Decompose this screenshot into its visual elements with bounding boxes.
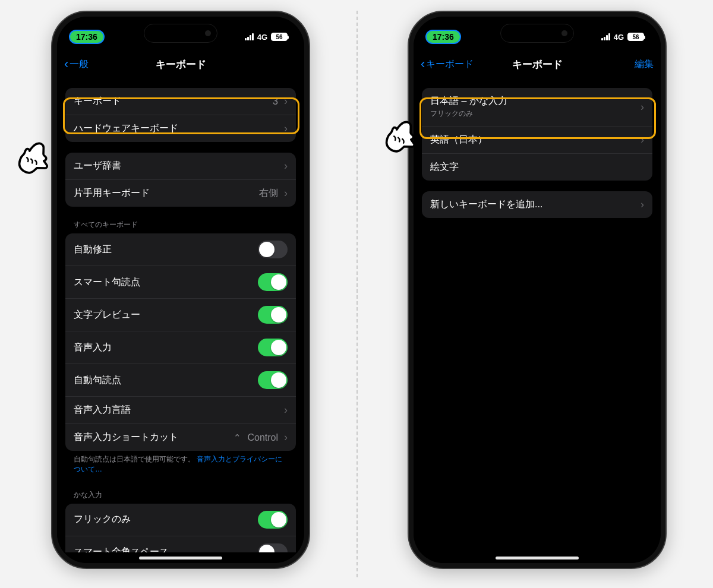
chevron-right-icon: › (284, 122, 288, 135)
auto-punct-toggle[interactable] (258, 371, 288, 389)
keyboards-count: 3 (273, 96, 278, 107)
status-time: 17:36 (69, 30, 105, 44)
network-label: 4G (257, 33, 267, 42)
power-button (309, 166, 310, 221)
battery-icon: 56 (271, 33, 288, 41)
settings-content: キーボード 3 › ハードウェアキーボード › (57, 77, 304, 552)
hardware-keyboard-label: ハードウェアキーボード (74, 122, 178, 135)
dynamic-island (144, 24, 217, 43)
nav-bar: ‹ キーボード キーボード 編集 (414, 51, 661, 77)
keyboard-label: 日本語 – かな入力 (430, 95, 507, 108)
flick-only-label: フリックのみ (74, 513, 131, 526)
chevron-up-icon: ⌃ (234, 432, 241, 443)
auto-punct-row[interactable]: 自動句読点 (65, 363, 296, 396)
smart-punct-label: スマート句読点 (74, 276, 140, 289)
chevron-left-icon: ‹ (64, 58, 68, 71)
chevron-right-icon: › (641, 134, 644, 146)
auto-punct-label: 自動句読点 (74, 374, 121, 387)
footer-text: 自動句読点は日本語で使用可能です。 (74, 455, 195, 463)
chevron-right-icon: › (284, 187, 288, 200)
page-title: キーボード (57, 58, 304, 71)
nav-bar: ‹ 一般 キーボード (57, 51, 304, 77)
dictation-shortcut-label: 音声入力ショートカット (74, 431, 178, 444)
pointing-hand-icon (378, 115, 424, 162)
battery-icon: 56 (627, 33, 644, 41)
home-indicator[interactable] (139, 557, 222, 559)
dictation-shortcut-row[interactable]: 音声入力ショートカット ⌃ Control › (65, 423, 296, 451)
auto-correct-row[interactable]: 自動修正 (65, 233, 296, 265)
back-label: 一般 (70, 58, 89, 71)
chevron-right-icon: › (284, 160, 288, 172)
chevron-right-icon: › (284, 431, 288, 444)
user-dictionary-label: ユーザ辞書 (74, 160, 121, 172)
chevron-right-icon: › (641, 101, 644, 113)
dictation-lang-row[interactable]: 音声入力言語 › (65, 396, 296, 423)
keyboards-row[interactable]: キーボード 3 › (65, 88, 296, 115)
chevron-right-icon: › (284, 95, 288, 108)
flick-only-toggle[interactable] (258, 511, 288, 529)
keyboard-row-en-jp[interactable]: 英語（日本） › (422, 126, 652, 153)
smart-fullspace-label: スマート全角スペース (74, 546, 169, 552)
keyboard-label: 絵文字 (430, 161, 459, 173)
dictation-label: 音声入力 (74, 342, 112, 354)
back-label: キーボード (426, 58, 474, 71)
vertical-divider (356, 11, 358, 577)
back-button[interactable]: ‹ キーボード (421, 58, 474, 71)
keyboard-row-jp-kana[interactable]: 日本語 – かな入力 フリックのみ › (422, 88, 652, 126)
char-preview-label: 文字プレビュー (74, 309, 140, 321)
signal-icon (601, 33, 610, 40)
keyboard-row-emoji[interactable]: 絵文字 (422, 153, 652, 181)
chevron-right-icon: › (284, 404, 288, 416)
edit-button[interactable]: 編集 (635, 58, 654, 71)
add-keyboard-row[interactable]: 新しいキーボードを追加... › (422, 191, 652, 218)
chevron-right-icon: › (641, 198, 644, 211)
phone-right: 17:36 4G 56 ‹ キーボード キーボード 編集 (408, 11, 667, 569)
auto-correct-label: 自動修正 (74, 244, 112, 256)
keyboard-label: 英語（日本） (430, 134, 487, 146)
group-header-kana: かな入力 (65, 488, 296, 504)
group-footer-dictation: 自動句読点は日本語で使用可能です。 音声入力とプライバシーについて… (65, 451, 296, 477)
one-handed-label: 片手用キーボード (74, 187, 150, 200)
signal-icon (245, 33, 254, 40)
hardware-keyboard-row[interactable]: ハードウェアキーボード › (65, 115, 296, 142)
keyboards-label: キーボード (74, 95, 121, 108)
chevron-left-icon: ‹ (421, 58, 425, 71)
smart-fullspace-row[interactable]: スマート全角スペース (65, 536, 296, 552)
volume-button (51, 184, 52, 236)
char-preview-toggle[interactable] (258, 306, 288, 324)
char-preview-row[interactable]: 文字プレビュー (65, 298, 296, 331)
user-dictionary-row[interactable]: ユーザ辞書 › (65, 153, 296, 179)
group-header-all-keyboards: すべてのキーボード (65, 217, 296, 233)
add-keyboard-label: 新しいキーボードを追加... (430, 198, 542, 211)
keyboard-sub: フリックのみ (430, 109, 507, 119)
power-button (665, 166, 667, 221)
auto-correct-toggle[interactable] (258, 241, 288, 258)
back-button[interactable]: ‹ 一般 (64, 58, 89, 71)
network-label: 4G (614, 33, 624, 42)
status-time: 17:36 (425, 30, 461, 44)
volume-button (408, 184, 409, 236)
dictation-toggle[interactable] (258, 339, 288, 356)
phone-left: 17:36 4G 56 ‹ 一般 キーボード キーボー (51, 11, 310, 569)
smart-punct-row[interactable]: スマート句読点 (65, 265, 296, 298)
pointing-hand-icon (11, 137, 57, 183)
smart-punct-toggle[interactable] (258, 273, 288, 291)
dictation-row[interactable]: 音声入力 (65, 331, 296, 363)
settings-content: 日本語 – かな入力 フリックのみ › 英語（日本） › 絵文字 (414, 88, 661, 224)
dictation-shortcut-value: Control (247, 432, 278, 443)
one-handed-value: 右側 (259, 187, 278, 200)
home-indicator[interactable] (496, 557, 579, 559)
smart-fullspace-toggle[interactable] (258, 543, 288, 552)
dictation-lang-label: 音声入力言語 (74, 404, 131, 416)
dynamic-island (500, 24, 574, 43)
flick-only-row[interactable]: フリックのみ (65, 504, 296, 536)
one-handed-row[interactable]: 片手用キーボード 右側 › (65, 179, 296, 207)
